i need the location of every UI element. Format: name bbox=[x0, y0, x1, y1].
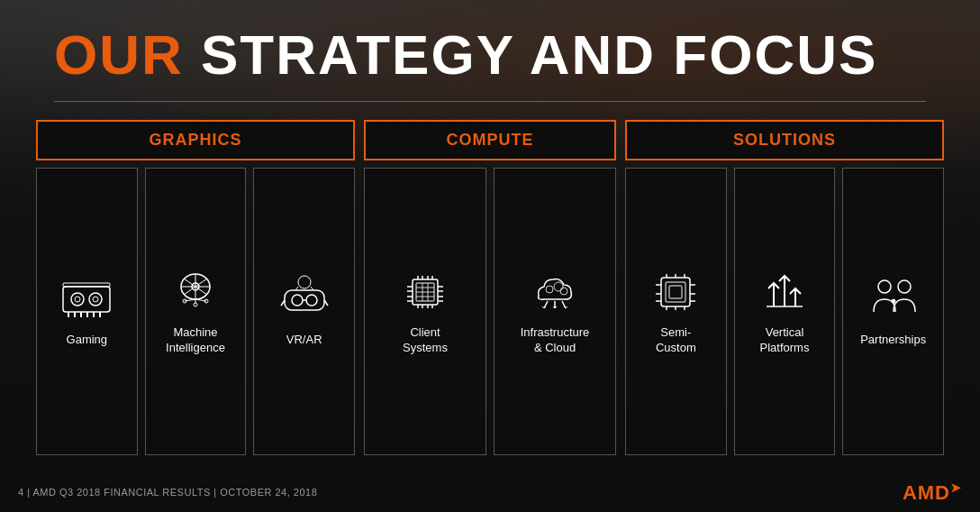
svg-point-2 bbox=[89, 293, 102, 306]
vertical-platforms-card: VerticalPlatforms bbox=[734, 168, 836, 455]
footer: 4 | AMD Q3 2018 FINANCIAL RESULTS | OCTO… bbox=[0, 473, 980, 512]
semi-custom-label: Semi-Custom bbox=[656, 325, 696, 356]
title-section: OUR STRATEGY AND FOCUS bbox=[0, 0, 980, 101]
compute-items: ClientSystems bbox=[364, 168, 616, 455]
machine-intelligence-card: MachineIntelligence bbox=[145, 168, 247, 455]
chip-icon bbox=[649, 267, 703, 316]
svg-rect-64 bbox=[669, 286, 682, 298]
solutions-items: Semi-Custom bbox=[625, 168, 944, 455]
svg-point-59 bbox=[546, 286, 553, 293]
client-systems-label: ClientSystems bbox=[403, 325, 448, 356]
svg-point-61 bbox=[560, 288, 567, 295]
svg-point-4 bbox=[93, 297, 98, 302]
category-graphics: GRAPHICS bbox=[36, 120, 355, 455]
semi-custom-card: Semi-Custom bbox=[625, 168, 727, 455]
compute-header: COMPUTE bbox=[364, 120, 616, 160]
vr-ar-card: VR/AR bbox=[253, 168, 355, 455]
svg-point-25 bbox=[292, 295, 303, 306]
cloud-icon bbox=[528, 267, 582, 316]
svg-point-3 bbox=[75, 297, 80, 302]
vertical-platforms-label: VerticalPlatforms bbox=[760, 325, 810, 356]
title-our: OUR bbox=[54, 23, 184, 86]
amd-logo-text: AMD bbox=[903, 481, 950, 504]
people-icon bbox=[867, 274, 921, 324]
vertical-icon bbox=[758, 267, 812, 316]
svg-point-30 bbox=[298, 276, 311, 288]
graphics-label: GRAPHICS bbox=[149, 131, 241, 149]
gaming-card: Gaming bbox=[36, 168, 138, 455]
svg-point-26 bbox=[306, 295, 317, 306]
solutions-header: SOLUTIONS bbox=[625, 120, 944, 160]
svg-point-19 bbox=[194, 303, 197, 306]
categories-section: GRAPHICS bbox=[0, 102, 980, 473]
compute-label: COMPUTE bbox=[447, 131, 534, 149]
svg-point-84 bbox=[892, 299, 895, 303]
category-solutions: SOLUTIONS bbox=[625, 120, 944, 455]
cpu-icon bbox=[398, 267, 452, 316]
partnerships-card: Partnerships bbox=[842, 168, 944, 455]
graphics-header: GRAPHICS bbox=[36, 120, 355, 160]
svg-rect-0 bbox=[63, 287, 110, 312]
machine-intelligence-label: MachineIntelligence bbox=[166, 325, 225, 356]
vr-ar-label: VR/AR bbox=[286, 333, 322, 348]
category-compute: COMPUTE bbox=[364, 120, 616, 455]
gaming-label: Gaming bbox=[67, 333, 108, 348]
svg-point-1 bbox=[71, 293, 84, 306]
amd-logo: AMD➤ bbox=[903, 480, 962, 505]
partnerships-label: Partnerships bbox=[860, 333, 926, 348]
page-content: OUR STRATEGY AND FOCUS GRAPHICS bbox=[0, 0, 980, 512]
infrastructure-cloud-label: Infrastructure& Cloud bbox=[521, 325, 590, 356]
infrastructure-cloud-card: Infrastructure& Cloud bbox=[494, 168, 616, 455]
svg-rect-63 bbox=[666, 282, 685, 302]
solutions-label: SOLUTIONS bbox=[733, 131, 836, 149]
brain-icon bbox=[168, 267, 222, 316]
client-systems-card: ClientSystems bbox=[364, 168, 486, 455]
title-rest: STRATEGY AND FOCUS bbox=[184, 23, 878, 86]
svg-point-60 bbox=[554, 282, 563, 291]
svg-point-81 bbox=[878, 280, 891, 293]
vr-icon bbox=[277, 274, 331, 324]
svg-point-82 bbox=[898, 280, 911, 293]
footer-text: 4 | AMD Q3 2018 FINANCIAL RESULTS | OCTO… bbox=[18, 487, 317, 498]
gpu-icon bbox=[59, 274, 113, 324]
graphics-items: Gaming bbox=[36, 168, 355, 455]
main-title: OUR STRATEGY AND FOCUS bbox=[54, 27, 926, 83]
